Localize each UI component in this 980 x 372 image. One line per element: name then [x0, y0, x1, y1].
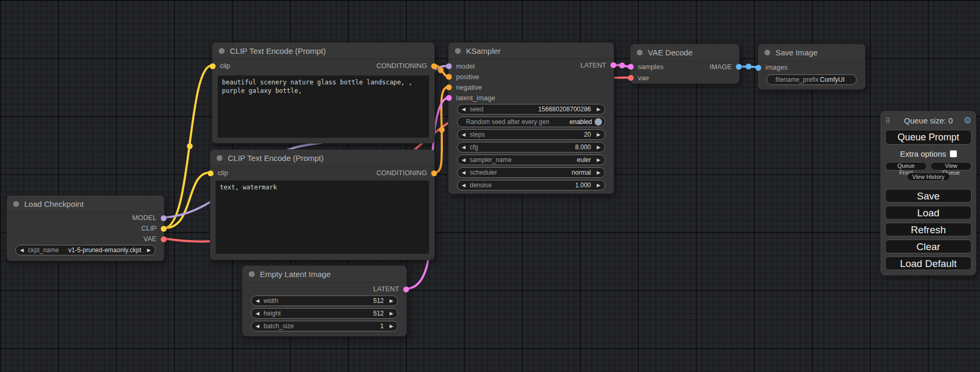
sampler-name-widget[interactable]: ◀ sampler_name euler ▶ [457, 155, 605, 165]
prompt-textarea[interactable]: beautiful scenery nature glass bottle la… [218, 75, 429, 138]
queue-prompt-button[interactable]: Queue Prompt [885, 130, 972, 145]
collapse-dot-icon[interactable] [13, 201, 19, 207]
view-history-button[interactable]: View History [907, 173, 950, 181]
input-port-images[interactable] [755, 65, 761, 71]
collapse-dot-icon[interactable] [764, 50, 770, 55]
increment-arrow-icon[interactable]: ▶ [386, 296, 393, 306]
extra-options-checkbox[interactable] [950, 150, 957, 157]
input-port-positive[interactable] [446, 74, 452, 80]
ckpt-name-widget[interactable]: ◀ ckpt_name v1-5-pruned-emaonly.ckpt ▶ [15, 245, 156, 255]
increment-arrow-icon[interactable]: ▶ [594, 180, 600, 190]
decrement-arrow-icon[interactable]: ◀ [256, 309, 263, 318]
queue-front-button[interactable]: Queue Front [885, 162, 927, 170]
decrement-arrow-icon[interactable]: ◀ [256, 296, 263, 306]
node-load-checkpoint[interactable]: Load Checkpoint MODEL CLIP VAE ◀ ckpt_na… [6, 195, 164, 261]
cfg-widget[interactable]: ◀ cfg 8.000 ▶ [457, 142, 605, 152]
scheduler-widget[interactable]: ◀ scheduler normal ▶ [457, 167, 605, 178]
link-midpoint-dot[interactable] [746, 64, 752, 70]
increment-arrow-icon[interactable]: ▶ [594, 130, 600, 139]
node-clip-text-encode-positive[interactable]: CLIP Text Encode (Prompt) clip CONDITION… [212, 42, 435, 144]
collapse-dot-icon[interactable] [217, 155, 222, 161]
drag-handle-icon[interactable]: ⠿ [885, 117, 895, 125]
node-empty-latent-image[interactable]: Empty Latent Image LATENT ◀ width 512 ▶ … [242, 265, 407, 337]
output-port-conditioning[interactable] [431, 170, 437, 176]
clear-button[interactable]: Clear [885, 240, 972, 253]
increment-arrow-icon[interactable]: ▶ [144, 245, 151, 255]
input-label-positive: positive [456, 73, 479, 81]
link-midpoint-dot[interactable] [619, 63, 625, 69]
node-title-bar[interactable]: CLIP Text Encode (Prompt) [210, 150, 434, 166]
denoise-widget[interactable]: ◀ denoise 1.000 ▶ [457, 180, 605, 190]
seed-widget[interactable]: ◀ seed 156680208700286 ▶ [457, 104, 605, 115]
input-port-model[interactable] [446, 63, 452, 69]
decrement-arrow-icon[interactable]: ◀ [462, 104, 469, 114]
input-port-negative[interactable] [446, 84, 452, 90]
increment-arrow-icon[interactable]: ▶ [594, 155, 600, 165]
decrement-arrow-icon[interactable]: ◀ [462, 180, 469, 190]
input-port-vae[interactable] [628, 75, 634, 81]
input-port-latent-image[interactable] [446, 95, 452, 101]
graph-canvas[interactable]: { "icons": { "left_arrow": "◀", "right_a… [0, 0, 980, 372]
node-title-bar[interactable]: KSampler [449, 43, 614, 59]
node-clip-text-encode-negative[interactable]: CLIP Text Encode (Prompt) clip CONDITION… [210, 149, 435, 260]
increment-arrow-icon[interactable]: ▶ [386, 321, 393, 331]
toggle-dot-icon[interactable] [595, 118, 602, 126]
output-port-conditioning[interactable] [431, 63, 437, 69]
node-ksampler[interactable]: KSampler model positive negative latent_… [448, 42, 614, 194]
output-port-latent[interactable] [610, 62, 616, 68]
node-save-image[interactable]: Save Image images filename_prefix ComfyU… [758, 44, 866, 90]
load-default-button[interactable]: Load Default [885, 256, 972, 270]
node-title: CLIP Text Encode (Prompt) [228, 154, 324, 163]
widget-value: v1-5-pruned-emaonly.ckpt [68, 246, 141, 254]
collapse-dot-icon[interactable] [455, 48, 461, 54]
node-vae-decode[interactable]: VAE Decode samples vae IMAGE [630, 44, 740, 84]
input-port-clip[interactable] [210, 63, 216, 69]
decrement-arrow-icon[interactable]: ◀ [20, 245, 27, 255]
output-port-image[interactable] [736, 64, 742, 70]
width-widget[interactable]: ◀ width 512 ▶ [251, 295, 398, 306]
output-port-clip[interactable] [161, 226, 167, 232]
random-seed-toggle-widget[interactable]: Random seed after every gen enabled [457, 117, 605, 127]
link-midpoint-dot[interactable] [439, 127, 445, 133]
node-title-bar[interactable]: CLIP Text Encode (Prompt) [212, 43, 434, 59]
widget-label: Random seed after every gen [466, 118, 549, 126]
decrement-arrow-icon[interactable]: ◀ [462, 155, 469, 165]
output-port-latent[interactable] [403, 287, 409, 292]
output-port-model[interactable] [161, 215, 167, 221]
widget-value: 512 [373, 297, 384, 304]
link-midpoint-dot[interactable] [187, 144, 193, 149]
decrement-arrow-icon[interactable]: ◀ [462, 130, 469, 139]
node-title-bar[interactable]: Load Checkpoint [7, 196, 164, 212]
node-title-bar[interactable]: Save Image [758, 44, 865, 61]
link-clip-to-negative-clip [164, 173, 210, 228]
widget-value: 512 [373, 310, 384, 317]
input-port-clip[interactable] [208, 170, 214, 176]
prompt-textarea[interactable]: text, watermark [216, 180, 429, 254]
decrement-arrow-icon[interactable]: ◀ [256, 321, 263, 331]
view-queue-button[interactable]: View Queue [930, 162, 972, 170]
save-button[interactable]: Save [885, 189, 972, 203]
increment-arrow-icon[interactable]: ▶ [594, 168, 600, 177]
load-button[interactable]: Load [885, 206, 972, 220]
node-title-bar[interactable]: Empty Latent Image [242, 266, 406, 282]
increment-arrow-icon[interactable]: ▶ [386, 309, 393, 318]
link-midpoint-dot[interactable] [438, 68, 444, 73]
increment-arrow-icon[interactable]: ▶ [594, 104, 600, 114]
steps-widget[interactable]: ◀ steps 20 ▶ [457, 129, 605, 140]
batch-size-widget[interactable]: ◀ batch_size 1 ▶ [251, 321, 398, 331]
refresh-button[interactable]: Refresh [885, 223, 972, 236]
collapse-dot-icon[interactable] [249, 271, 255, 277]
increment-arrow-icon[interactable]: ▶ [594, 142, 600, 152]
collapse-dot-icon[interactable] [219, 48, 225, 54]
node-title-bar[interactable]: VAE Decode [630, 44, 739, 61]
widget-value: ComfyUI [820, 76, 845, 83]
decrement-arrow-icon[interactable]: ◀ [462, 168, 469, 177]
gear-icon[interactable]: ⚙ [962, 115, 972, 126]
collapse-dot-icon[interactable] [637, 50, 643, 55]
output-port-vae[interactable] [161, 236, 167, 242]
widget-value: 1.000 [575, 182, 591, 189]
filename-prefix-widget[interactable]: filename_prefix ComfyUI [766, 74, 857, 85]
height-widget[interactable]: ◀ height 512 ▶ [251, 308, 398, 319]
input-port-samples[interactable] [628, 64, 634, 70]
decrement-arrow-icon[interactable]: ◀ [462, 142, 469, 152]
